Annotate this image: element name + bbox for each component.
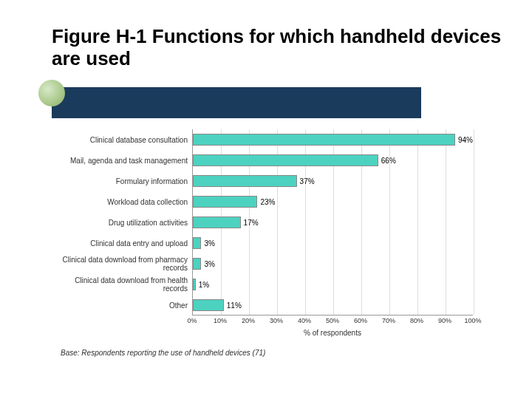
category-label: Clinical data entry and upload <box>52 233 192 253</box>
x-tick-label: 70% <box>382 317 395 324</box>
x-tick-label: 60% <box>354 317 367 324</box>
bar-value-label: 3% <box>204 239 214 248</box>
category-label: Other <box>52 295 192 316</box>
category-label: Workload data collection <box>52 191 192 212</box>
bar <box>193 237 201 250</box>
category-label: Clinical database consultation <box>52 129 192 150</box>
category-label: Drug utilization activities <box>52 212 192 233</box>
x-tick-label: 10% <box>214 317 227 324</box>
y-axis-labels: Clinical database consultationMail, agen… <box>52 129 192 316</box>
category-label: Formulary information <box>52 171 192 191</box>
bar-row: 66% <box>193 150 473 171</box>
bar-value-label: 1% <box>199 281 209 289</box>
bar-value-label: 66% <box>381 157 396 165</box>
accent-bar <box>52 87 421 118</box>
bar <box>193 216 241 229</box>
bar-row: 94% <box>193 129 473 150</box>
x-axis-label: % of respondents <box>192 329 473 337</box>
category-label: Clinical data download from health recor… <box>52 274 192 295</box>
x-tick-label: 0% <box>187 317 197 324</box>
bar-row: 3% <box>193 253 473 274</box>
bar-value-label: 23% <box>260 198 275 206</box>
category-label: Mail, agenda and task management <box>52 150 192 171</box>
bar-value-label: 94% <box>458 136 473 144</box>
plot-area: 94%66%37%23%17%3%3%1%11% <box>192 129 473 316</box>
x-tick-label: 20% <box>242 317 255 324</box>
bar-row: 17% <box>193 212 473 233</box>
bar <box>193 196 257 208</box>
accent-dot <box>38 80 65 106</box>
bar <box>193 299 224 312</box>
x-tick-label: 40% <box>298 317 311 324</box>
category-label: Clinical data download from pharmacy rec… <box>52 253 192 274</box>
bar-value-label: 3% <box>204 260 214 268</box>
bar <box>193 154 378 167</box>
bar-row: 1% <box>193 274 473 295</box>
bar-row: 37% <box>193 171 473 191</box>
x-tick-label: 100% <box>464 317 481 324</box>
page-title: Figure H-1 Functions for which handheld … <box>52 26 532 70</box>
bar-value-label: 17% <box>244 219 259 227</box>
bar <box>193 134 455 146</box>
x-tick-label: 50% <box>326 317 339 324</box>
bar <box>193 258 201 270</box>
bar-value-label: 37% <box>300 177 315 185</box>
footnote: Base: Respondents reporting the use of h… <box>61 349 265 357</box>
x-tick-label: 90% <box>438 317 451 324</box>
bar-row: 3% <box>193 233 473 253</box>
bar <box>193 175 297 188</box>
x-tick-label: 80% <box>410 317 423 324</box>
chart: Clinical database consultationMail, agen… <box>52 129 488 316</box>
x-tick-label: 30% <box>270 317 283 324</box>
bar-row: 23% <box>193 191 473 212</box>
bar <box>193 279 196 291</box>
bar-value-label: 11% <box>227 301 242 310</box>
bar-row: 11% <box>193 295 473 316</box>
